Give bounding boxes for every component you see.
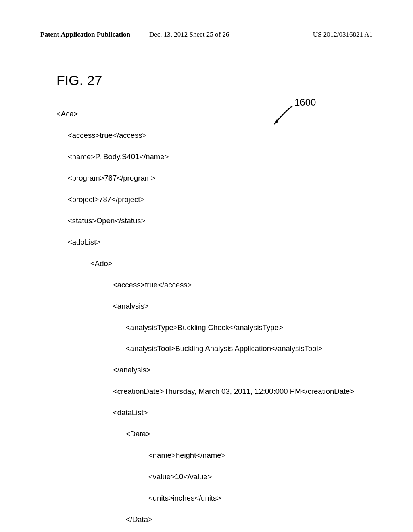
xml-line: <adoList> (56, 237, 363, 247)
figure-label: FIG. 27 (56, 73, 102, 88)
xml-line: <analysis> (56, 301, 363, 312)
xml-line: <analysisTool>Buckling Analysis Applicat… (56, 343, 363, 354)
xml-line: <name>P. Body.S401</name> (56, 152, 363, 162)
xml-line: <Aca> (56, 109, 363, 119)
xml-line: <project>787</project> (56, 194, 363, 205)
xml-line: <access>true</access> (56, 130, 363, 141)
xml-line: <status>Open</status> (56, 216, 363, 226)
header-right: US 2012/0316821 A1 (313, 31, 373, 39)
header-left: Patent Application Publication (40, 31, 130, 39)
xml-line: </Data> (56, 514, 363, 525)
xml-line: <name>height</name> (56, 450, 363, 461)
xml-line: <creationDate>Thursday, March 03, 2011, … (56, 386, 363, 397)
xml-line: <program>787</program> (56, 173, 363, 183)
xml-line: <analysisType>Buckling Check</analysisTy… (56, 322, 363, 333)
xml-line: <access>true</access> (56, 280, 363, 290)
page-header: Patent Application Publication Dec. 13, … (0, 31, 413, 39)
xml-line: <dataList> (56, 407, 363, 418)
xml-listing: <Aca> <access>true</access> <name>P. Bod… (56, 98, 363, 532)
xml-line: <units>inches</units> (56, 493, 363, 503)
header-center: Dec. 13, 2012 Sheet 25 of 26 (149, 31, 229, 39)
xml-line: <Data> (56, 429, 363, 439)
xml-line: <value>10</value> (56, 472, 363, 482)
xml-line: <Ado> (56, 258, 363, 269)
xml-line: </analysis> (56, 365, 363, 375)
